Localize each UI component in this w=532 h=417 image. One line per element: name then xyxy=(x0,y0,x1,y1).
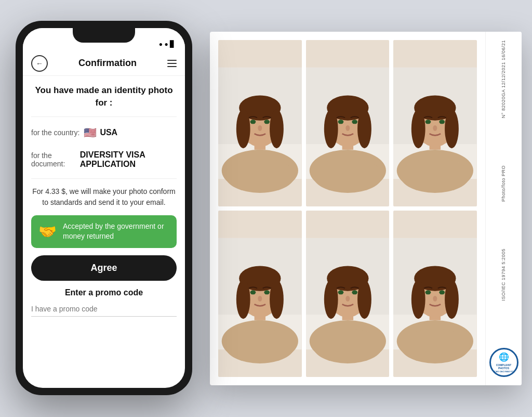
divider-1 xyxy=(31,116,177,117)
photo-grid xyxy=(210,32,485,385)
svg-point-9 xyxy=(264,120,270,124)
handshake-icon: 🤝 xyxy=(38,223,57,240)
document-row: for the document: DIVERSITY VISA APPLICA… xyxy=(31,148,177,171)
phone-notch xyxy=(73,28,135,43)
svg-point-59 xyxy=(313,329,382,363)
menu-line-3 xyxy=(167,66,177,67)
guarantee-banner: 🤝 Accepted by the government or money re… xyxy=(31,215,177,248)
svg-point-67 xyxy=(445,280,459,319)
photo-cell-2 xyxy=(306,40,390,206)
sidebar-number-text: N° 82020GA 12/12/2021 16/06/21 xyxy=(501,40,507,118)
promo-input[interactable] xyxy=(31,302,177,317)
compliant-stamp: 🌐 COMPLIANT PHOTOS ICAO OACI MAO FO xyxy=(489,348,518,377)
svg-point-47 xyxy=(225,329,295,363)
menu-line-2 xyxy=(167,63,177,64)
svg-point-22 xyxy=(345,125,350,131)
photo-sheet: N° 82020GA 12/12/2021 16/06/21 Photo/fot… xyxy=(210,32,522,385)
svg-point-56 xyxy=(338,290,343,294)
svg-point-7 xyxy=(270,109,284,148)
nav-bar: ← Confirmation xyxy=(23,51,185,76)
svg-point-31 xyxy=(445,109,459,148)
photo-cell-5 xyxy=(306,211,390,377)
guarantee-text: Accepted by the government or money retu… xyxy=(63,221,169,242)
flag-icon: 🇺🇸 xyxy=(84,126,97,139)
svg-point-21 xyxy=(352,120,357,124)
svg-point-23 xyxy=(313,158,382,193)
document-name: DIVERSITY VISA APPLICATION xyxy=(80,150,177,169)
svg-point-35 xyxy=(401,158,470,193)
photo-cell-6 xyxy=(393,211,477,377)
scene: N° 82020GA 12/12/2021 16/06/21 Photo/fot… xyxy=(0,0,532,417)
country-value: 🇺🇸 USA xyxy=(84,126,117,139)
sidebar-brand-text: Photo/foto PRO xyxy=(501,165,507,202)
svg-point-32 xyxy=(425,120,431,124)
document-label: for the document: xyxy=(31,151,76,168)
svg-point-66 xyxy=(411,280,425,319)
svg-point-19 xyxy=(357,109,371,148)
svg-point-57 xyxy=(352,290,357,294)
menu-button[interactable] xyxy=(167,60,177,67)
screen-content: You have made an identity photo for : fo… xyxy=(23,76,185,388)
pricing-text: For 4.33 $, we will make your photo conf… xyxy=(31,186,177,208)
svg-point-54 xyxy=(324,280,338,319)
globe-icon: 🌐 xyxy=(499,352,509,362)
photo-cell-1 xyxy=(218,40,302,206)
country-name: USA xyxy=(100,128,117,137)
svg-point-33 xyxy=(440,120,445,124)
svg-point-45 xyxy=(264,290,270,294)
svg-point-46 xyxy=(258,296,262,302)
svg-point-8 xyxy=(250,120,256,124)
stamp-sub-text: ICAO OACI MAO FO xyxy=(494,370,513,373)
photo-sidebar: N° 82020GA 12/12/2021 16/06/21 Photo/fot… xyxy=(485,32,522,385)
svg-point-69 xyxy=(440,290,445,294)
stamp-text: COMPLIANT PHOTOS xyxy=(493,363,515,370)
svg-point-42 xyxy=(236,280,250,319)
back-button[interactable]: ← xyxy=(31,55,48,72)
headline: You have made an identity photo for : xyxy=(31,84,177,109)
svg-point-20 xyxy=(338,120,343,124)
promo-title: Enter a promo code xyxy=(31,288,177,297)
svg-point-43 xyxy=(270,280,284,319)
promo-section: Enter a promo code xyxy=(31,288,177,317)
status-icons: ● ● ▊ xyxy=(159,41,175,48)
svg-point-11 xyxy=(225,158,295,193)
sidebar-iso-text: ISO/IEC 19794 5:2005 xyxy=(501,249,507,301)
phone-screen: ● ● ▊ ← Confirmation You have made an id… xyxy=(23,28,185,388)
svg-point-70 xyxy=(433,296,437,302)
photo-cell-4 xyxy=(218,211,302,377)
svg-point-6 xyxy=(236,109,250,148)
svg-point-18 xyxy=(324,109,338,148)
phone: ● ● ▊ ← Confirmation You have made an id… xyxy=(16,21,192,395)
svg-point-68 xyxy=(425,290,431,294)
country-row: for the country: 🇺🇸 USA xyxy=(31,124,177,141)
svg-point-34 xyxy=(433,125,437,131)
divider-2 xyxy=(31,178,177,179)
svg-point-55 xyxy=(357,280,371,319)
agree-button[interactable]: Agree xyxy=(31,255,177,281)
photo-cell-3 xyxy=(393,40,477,206)
svg-point-44 xyxy=(250,290,256,294)
svg-point-30 xyxy=(411,109,425,148)
svg-point-10 xyxy=(258,125,262,131)
nav-title: Confirmation xyxy=(78,58,137,69)
country-label: for the country: xyxy=(31,128,79,137)
svg-point-71 xyxy=(401,329,470,363)
menu-line-1 xyxy=(167,60,177,61)
svg-point-58 xyxy=(345,296,350,302)
